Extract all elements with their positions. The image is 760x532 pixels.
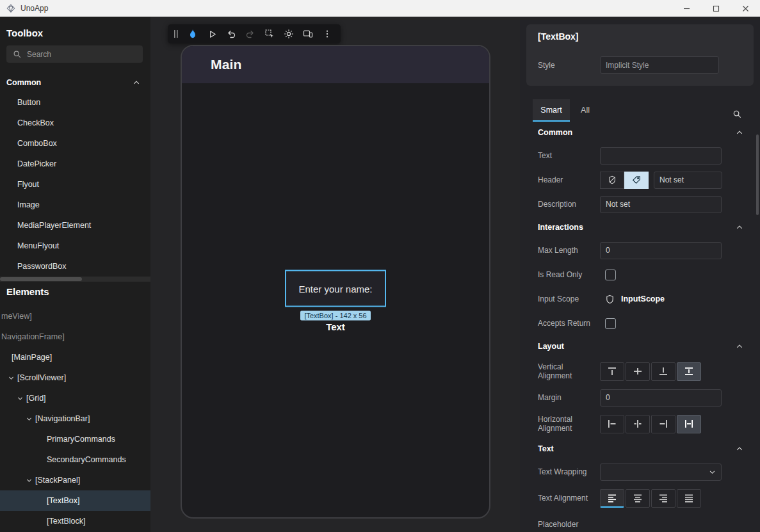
tree-node-mainpage[interactable]: [MainPage] [0,347,150,367]
tree-node-scrollviewer[interactable]: [ScrollViewer] [0,367,150,388]
toolbox-item-image[interactable]: Image [0,195,150,215]
toolbox-item-flyout[interactable]: Flyout [0,174,150,195]
is-read-only-row: Is Read Only [520,262,760,287]
tree-node-stackpanel[interactable]: [StackPanel] [0,470,150,490]
drag-handle-icon[interactable] [173,29,182,38]
toolbox-item-label: Image [17,200,40,209]
minimize-button[interactable] [672,0,701,17]
properties-search-icon[interactable] [729,106,745,122]
margin-input[interactable] [600,389,722,407]
tab-smart[interactable]: Smart [533,99,570,122]
tree-node-label: [MainPage] [12,353,52,362]
accepts-return-checkbox[interactable] [605,318,616,329]
text-align-left-icon[interactable] [600,489,624,508]
close-button[interactable] [731,0,760,17]
chevron-down-icon[interactable] [26,477,33,484]
tab-all[interactable]: All [570,99,601,122]
toolbox-item-button[interactable]: Button [0,92,150,113]
tree-node-frameview-clipped[interactable]: meView] [0,306,150,326]
text-label: Text [538,151,594,160]
properties-scrollbar-thumb[interactable] [756,134,759,215]
text-align-center-icon[interactable] [626,489,650,508]
page-content[interactable]: Enter your name: [TextBox] - 142 x 56 Te… [182,83,489,519]
toolbox-item-label: PasswordBox [17,262,66,271]
chevron-up-icon[interactable] [733,340,746,353]
align-bottom-icon[interactable] [651,362,675,381]
text-align-right-icon[interactable] [651,489,675,508]
toolbox-item-datepicker[interactable]: DatePicker [0,154,150,174]
maximize-button[interactable] [701,0,731,17]
theme-toggle-sun-icon[interactable] [280,26,297,42]
hot-reload-flame-icon[interactable] [184,26,201,42]
elements-pane: Elements meView] NavigationFrame] [MainP… [0,286,150,531]
header-value-input[interactable] [654,172,722,189]
element-picker-button[interactable] [261,26,278,42]
align-horizontal-stretch-icon[interactable] [677,415,701,433]
elements-title: Elements [6,286,150,298]
selection-size-badge: [TextBox] - 142 x 56 [300,311,370,321]
input-scope-value[interactable]: InputScope [621,294,665,303]
scrollbar-thumb[interactable] [0,277,82,281]
tree-node-navigationbar[interactable]: [NavigationBar] [0,408,150,429]
tag-icon[interactable] [624,172,649,189]
text-alignment-row: Text Alignment [520,484,760,512]
align-top-icon[interactable] [600,362,624,381]
breakpoints-button[interactable] [300,26,316,42]
align-right-icon[interactable] [651,415,675,433]
text-property-input[interactable] [600,147,722,165]
align-left-icon[interactable] [600,415,624,433]
text-wrapping-dropdown[interactable] [600,463,722,481]
align-vertical-stretch-icon[interactable] [677,362,701,381]
align-vertical-center-icon[interactable] [626,362,650,381]
search-icon [13,50,22,59]
chevron-down-icon[interactable] [17,395,24,402]
text-align-justify-icon[interactable] [677,489,701,508]
toolbox-item-combobox[interactable]: ComboBox [0,133,150,154]
tree-node-grid[interactable]: [Grid] [0,388,150,408]
text-alignment-label: Text Alignment [538,494,594,503]
tree-node-label: [ScrollViewer] [17,373,66,382]
toolbox-search-input[interactable] [27,50,136,59]
tree-node-label: [NavigationBar] [35,414,90,423]
redo-button[interactable] [242,26,259,42]
designed-textbox[interactable]: Enter your name: [285,270,386,307]
style-input[interactable] [600,56,719,74]
shield-off-icon[interactable] [600,172,624,189]
description-input[interactable] [600,196,722,213]
is-read-only-checkbox[interactable] [605,270,616,280]
horizontal-alignment-label: Horizontal Alignment [538,415,594,433]
section-layout[interactable]: Layout [520,335,760,357]
section-interactions[interactable]: Interactions [520,216,760,238]
undo-button[interactable] [223,26,239,42]
toolbox-item-mediaplayerelement[interactable]: MediaPlayerElement [0,215,150,236]
chevron-up-icon[interactable] [733,126,746,139]
chevron-up-icon[interactable] [733,221,746,234]
more-options-button[interactable] [319,26,336,42]
align-horizontal-center-icon[interactable] [626,415,650,433]
section-common[interactable]: Common [520,122,760,143]
toolbox-item-passwordbox[interactable]: PasswordBox [0,256,150,277]
designed-textblock[interactable]: Text [326,321,345,332]
tree-node-textbox[interactable]: [TextBox] [0,490,150,511]
tree-node-textblock[interactable]: [TextBlock] [0,511,150,531]
tree-node-primarycommands[interactable]: PrimaryCommands [0,429,150,449]
chevron-down-icon[interactable] [8,375,15,382]
play-button[interactable] [204,26,220,42]
design-canvas[interactable]: Main Enter your name: [TextBox] - 142 x … [150,17,520,532]
toolbox-group-common[interactable]: Common [0,73,150,92]
tree-node-label: meView] [1,312,32,321]
chevron-down-icon[interactable] [26,415,33,423]
section-text[interactable]: Text [520,438,760,460]
toolbox-item-checkbox[interactable]: CheckBox [0,113,150,133]
tab-label: Smart [540,106,562,115]
max-length-input[interactable] [600,242,722,259]
toolbox-horizontal-scrollbar[interactable] [0,277,150,282]
toolbox-title: Toolbox [6,27,150,40]
tree-node-navigationframe-clipped[interactable]: NavigationFrame] [0,326,150,347]
tree-node-secondarycommands[interactable]: SecondaryCommands [0,449,150,470]
chevron-up-icon[interactable] [733,442,746,455]
toolbox-item-menuflyout[interactable]: MenuFlyout [0,236,150,256]
toolbox-item-label: DatePicker [17,159,56,168]
toolbox-search[interactable] [6,45,143,63]
accepts-return-label: Accepts Return [538,319,594,328]
